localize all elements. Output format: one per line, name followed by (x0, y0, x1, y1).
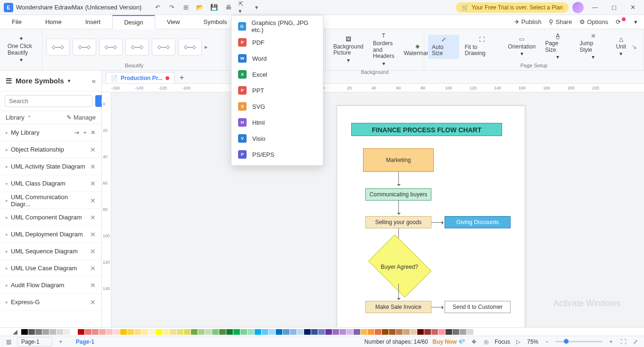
color-swatch[interactable] (134, 329, 141, 335)
close-button[interactable]: ✕ (625, 1, 640, 14)
fc-node[interactable]: Make Sale Invoice (365, 301, 431, 313)
focus-button[interactable]: Focus (495, 339, 510, 345)
oneclick-beautify-button[interactable]: ✦ One Click Beautify ▾ (4, 34, 38, 65)
add-icon[interactable]: + (83, 129, 87, 136)
close-icon[interactable]: ✕ (90, 265, 96, 272)
sidebar-item[interactable]: ▸Object Relationship✕ (0, 141, 101, 158)
color-swatch[interactable] (198, 329, 205, 335)
color-swatch[interactable] (269, 329, 275, 335)
borders-button[interactable]: TBorders and Headers▾ (369, 31, 398, 69)
color-swatch[interactable] (226, 329, 233, 335)
color-swatch[interactable] (467, 329, 473, 335)
menu-insert[interactable]: Insert (74, 15, 113, 29)
color-swatch[interactable] (141, 329, 148, 335)
export-icon[interactable]: ⇱ ▾ (239, 4, 246, 11)
color-swatch[interactable] (177, 329, 183, 335)
color-swatch[interactable] (431, 329, 438, 335)
print-icon[interactable]: 🖶 (224, 4, 232, 11)
import-icon[interactable]: ⇥ (74, 129, 79, 136)
color-swatch[interactable] (460, 329, 466, 335)
style-scroll-icon[interactable]: ▸ (205, 43, 208, 50)
share-button[interactable]: ⚲ Share (549, 18, 572, 25)
color-swatch[interactable] (403, 329, 410, 335)
fc-decision[interactable]: Buyer Agreed? (368, 234, 431, 298)
close-icon[interactable]: ✕ (90, 180, 96, 187)
sidebar-item[interactable]: ▸Express-G✕ (0, 294, 101, 311)
color-swatch[interactable] (85, 329, 91, 335)
color-swatch[interactable] (156, 329, 162, 335)
sidebar-item[interactable]: ▸UML Communication Diagr...✕ (0, 192, 101, 209)
export-item[interactable]: WWord (231, 50, 323, 66)
color-swatch[interactable] (354, 329, 360, 335)
color-swatch[interactable] (304, 329, 311, 335)
color-swatch[interactable] (368, 329, 374, 335)
sidebar-item[interactable]: ▸Audit Flow Diagram✕ (0, 277, 101, 294)
sidebar-item[interactable]: ▸UML Use Case Diagram✕ (0, 260, 101, 277)
fc-node[interactable]: Selling your goods (365, 216, 431, 228)
color-swatch[interactable] (240, 329, 247, 335)
close-icon[interactable]: ✕ (90, 299, 96, 306)
fit-button[interactable]: ⛶Fit to Drawing (461, 35, 503, 59)
color-swatch[interactable] (375, 329, 381, 335)
sidebar-item[interactable]: ▸UML Deployment Diagram✕ (0, 226, 101, 243)
more-icon[interactable]: ▾ (253, 4, 260, 11)
search-input[interactable] (5, 95, 92, 107)
export-item[interactable]: XExcel (231, 66, 323, 82)
add-page-button[interactable]: + (57, 338, 65, 346)
color-swatch[interactable] (276, 329, 282, 335)
color-swatch[interactable] (184, 329, 190, 335)
layers-icon[interactable]: ❖ (470, 338, 478, 346)
open-icon[interactable]: 📂 (196, 4, 204, 11)
close-icon[interactable]: ✕ (90, 231, 96, 238)
expand-icon[interactable]: ↘ (632, 43, 640, 50)
color-swatch[interactable] (50, 329, 56, 335)
doc-tab[interactable]: 📄 Production Pr... (106, 72, 174, 83)
color-swatch[interactable] (290, 329, 297, 335)
trial-badge[interactable]: 🛒 Your Free Trial is over. Select a Plan (456, 2, 569, 13)
menu-home[interactable]: Home (33, 15, 74, 29)
eyedropper-icon[interactable]: ◢ (11, 328, 19, 336)
undo-icon[interactable]: ↶ (154, 4, 161, 11)
close-icon[interactable]: ✕ (90, 214, 96, 221)
save-icon[interactable]: 💾 (210, 4, 218, 11)
zoom-in-button[interactable]: + (607, 338, 615, 346)
color-swatch[interactable] (389, 329, 396, 335)
focus-target-icon[interactable]: ◎ (482, 338, 490, 346)
export-item[interactable]: HHtml (231, 114, 323, 130)
close-icon[interactable]: ✕ (90, 197, 96, 204)
sidebar-item[interactable]: ▸UML Component Diagram✕ (0, 209, 101, 226)
sidebar-item[interactable]: ▸UML Sequence Diagram✕ (0, 243, 101, 260)
unit-button[interactable]: △Unit▾ (612, 34, 630, 59)
close-icon[interactable]: ✕ (90, 163, 96, 170)
color-swatch[interactable] (78, 329, 84, 335)
color-swatch[interactable] (347, 329, 353, 335)
new-icon[interactable]: ⊞ (182, 4, 190, 11)
canvas[interactable]: FINANCE PROCESS FLOW CHART Marketing Com… (111, 92, 644, 327)
menu-file[interactable]: File (0, 15, 33, 29)
color-swatch[interactable] (453, 329, 459, 335)
color-swatch[interactable] (163, 329, 169, 335)
color-swatch[interactable] (219, 329, 226, 335)
color-swatch[interactable] (233, 329, 240, 335)
style-preset[interactable]: ◇—◇ (73, 39, 96, 56)
color-swatch[interactable] (149, 329, 155, 335)
sidebar-item[interactable]: ▸My Library⇥+✕ (0, 124, 101, 141)
page-selector[interactable]: Page-1 (17, 337, 52, 347)
color-swatch[interactable] (42, 329, 49, 335)
zoom-slider[interactable] (555, 341, 603, 342)
menu-design[interactable]: Design (112, 15, 155, 29)
fc-node[interactable]: Communicating buyers (365, 188, 431, 201)
color-swatch[interactable] (382, 329, 388, 335)
color-swatch[interactable] (212, 329, 219, 335)
export-item[interactable]: SSVG (231, 98, 323, 114)
style-preset[interactable]: ◇—◇ (125, 39, 149, 56)
menu-view[interactable]: View (155, 15, 192, 29)
chevron-up-icon[interactable]: ⌃ (27, 115, 31, 120)
color-swatch[interactable] (170, 329, 176, 335)
redo-icon[interactable]: ↷ (168, 4, 175, 11)
close-icon[interactable]: ✕ (90, 248, 96, 255)
color-swatch[interactable] (297, 329, 304, 335)
chevron-down-icon[interactable]: ▾ (68, 78, 70, 83)
color-swatch[interactable] (71, 329, 77, 335)
color-swatch[interactable] (64, 329, 70, 335)
